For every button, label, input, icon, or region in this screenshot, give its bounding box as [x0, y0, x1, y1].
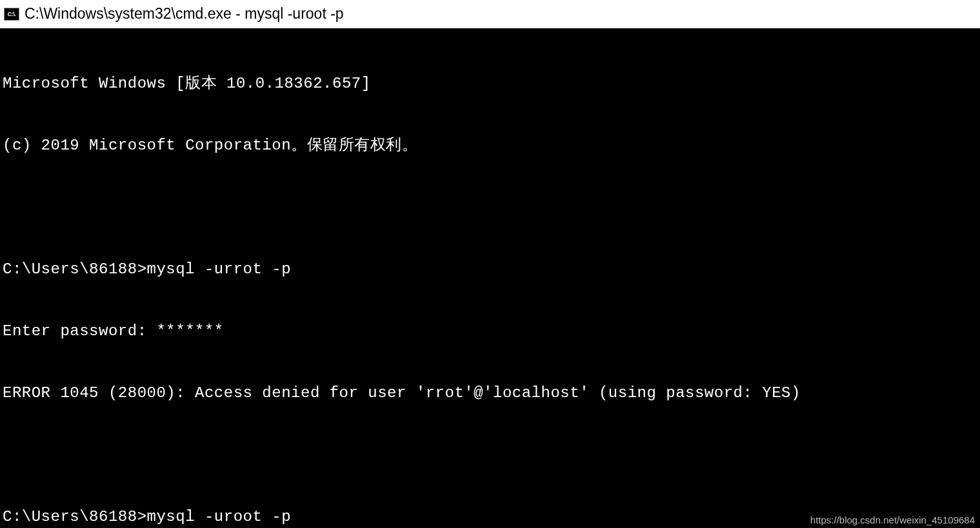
terminal-line: C:\Users\86188>mysql -urrot -p: [3, 259, 977, 280]
terminal-output[interactable]: Microsoft Windows [版本 10.0.18362.657] (c…: [0, 28, 980, 528]
watermark-text: https://blog.csdn.net/weixin_45109684: [810, 514, 975, 525]
terminal-line: Enter password: *******: [3, 321, 977, 342]
terminal-line: Microsoft Windows [版本 10.0.18362.657]: [3, 73, 977, 94]
cmd-icon: C:\.: [4, 8, 19, 21]
terminal-line: ERROR 1045 (28000): Access denied for us…: [3, 383, 977, 404]
terminal-line: [3, 197, 977, 218]
cmd-icon-text: C:\.: [8, 11, 16, 17]
terminal-line: [3, 445, 977, 465]
window-titlebar[interactable]: C:\. C:\Windows\system32\cmd.exe - mysql…: [0, 0, 980, 28]
window-title: C:\Windows\system32\cmd.exe - mysql -uro…: [25, 5, 344, 23]
terminal-line: (c) 2019 Microsoft Corporation。保留所有权利。: [3, 135, 977, 156]
